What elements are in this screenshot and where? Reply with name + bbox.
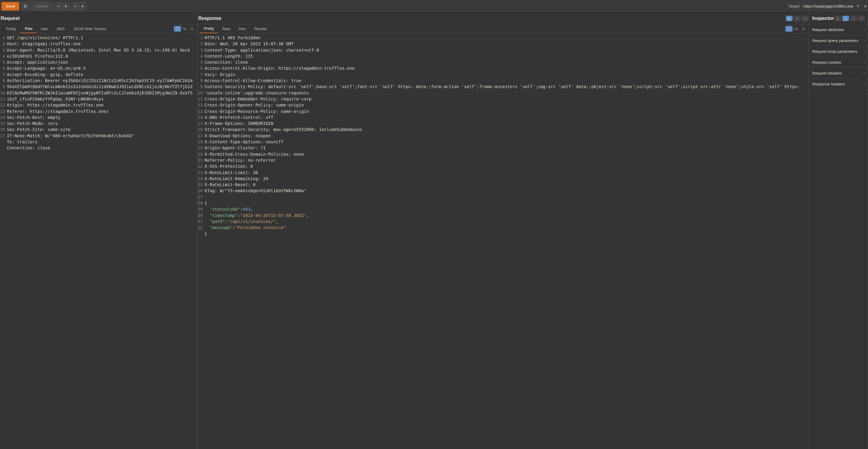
- response-title: Response: [198, 16, 221, 21]
- tab-response-raw[interactable]: Raw: [218, 25, 235, 33]
- response-gutter: 1 2 3 4 5 6 7 8 9 10 11 12 13 14 15 16 1…: [198, 35, 205, 449]
- edit-target-button[interactable]: ✎: [857, 4, 860, 8]
- hamburger-icon: ≡: [802, 27, 805, 31]
- cancel-button[interactable]: Cancel: [31, 2, 53, 10]
- response-actions-button[interactable]: ☰: [785, 26, 793, 32]
- request-tabstrip: Pretty Raw Hex JWS JSON Web Tokens ☰ \n …: [0, 25, 197, 33]
- tab-request-raw[interactable]: Raw: [21, 25, 37, 33]
- tab-request-pretty[interactable]: Pretty: [2, 25, 21, 33]
- gear-icon: ⚙: [24, 4, 27, 8]
- response-tabstrip: Pretty Raw Hex Render ☰ \n ≡: [198, 25, 809, 33]
- actions-icon: ☰: [176, 27, 179, 31]
- tab-response-hex[interactable]: Hex: [235, 25, 250, 33]
- history-forward-group: > ▾: [71, 2, 87, 10]
- settings-button[interactable]: ⚙: [21, 2, 30, 10]
- inspector-section-2[interactable]: Request body parameters›: [809, 46, 868, 57]
- forward-button[interactable]: >: [72, 2, 80, 10]
- hamburger-icon: ≡: [191, 27, 193, 31]
- response-editor[interactable]: 1 2 3 4 5 6 7 8 9 10 11 12 13 14 15 16 1…: [198, 33, 809, 449]
- chevron-right-icon: ›: [864, 82, 865, 86]
- inspector-layout1[interactable]: ▯: [835, 16, 841, 21]
- rows-icon: ═: [796, 17, 798, 20]
- inspector-section-label: Request headers: [812, 71, 842, 75]
- pencil-icon: ✎: [857, 4, 860, 8]
- newline-toggle[interactable]: \n: [181, 27, 188, 31]
- response-code[interactable]: HTTP/1.1 403 Forbidden Date: Wed, 26 Apr…: [205, 35, 809, 449]
- forward-dropdown[interactable]: ▾: [79, 2, 86, 10]
- layout-combined-button[interactable]: ▭: [802, 16, 808, 21]
- inspector-section-3[interactable]: Request cookies›: [809, 57, 868, 68]
- chevron-right-icon: ›: [864, 60, 865, 65]
- tab-request-hex[interactable]: Hex: [37, 25, 52, 33]
- chevron-right-icon: ›: [864, 49, 865, 54]
- request-editor[interactable]: 1 2 3 4 5 6 7 8 9 10 11 12 13 14 15 16 1…: [0, 33, 197, 449]
- request-menu[interactable]: ≡: [188, 27, 195, 31]
- inspector-section-0[interactable]: Request attributes›: [809, 25, 868, 35]
- response-newline-toggle[interactable]: \n: [793, 27, 800, 31]
- request-panel: Request Pretty Raw Hex JWS JSON Web Toke…: [0, 13, 198, 449]
- actions-icon: ☰: [787, 27, 791, 31]
- columns-icon: ▯▯: [787, 17, 791, 20]
- response-panel: Response ▯▯ ═ ▭ Pretty Raw Hex Render ☰ …: [198, 13, 809, 449]
- inspector-title: Inspector: [812, 16, 834, 21]
- target-url: https://stagingapi.truffles.one: [803, 4, 854, 8]
- chevron-right-icon: ›: [864, 71, 865, 75]
- inspector-layout2[interactable]: ▯: [842, 16, 849, 21]
- target-label: Target:: [788, 4, 800, 8]
- inspector-section-label: Request query parameters: [812, 38, 859, 43]
- history-back-group: < ▾: [55, 2, 70, 10]
- inspector-section-4[interactable]: Request headers›: [809, 68, 868, 79]
- caret-down-icon: ▾: [65, 4, 67, 8]
- help-button[interactable]: H: [864, 4, 867, 8]
- tab-response-render[interactable]: Render: [250, 25, 271, 33]
- request-code[interactable]: GET /api/v1/invoices/ HTTP/1.1 Host: sta…: [7, 35, 197, 449]
- inspector-section-label: Response headers: [812, 82, 845, 86]
- layout-vertical-button[interactable]: ▯▯: [786, 16, 793, 21]
- request-gutter: 1 2 3 4 5 6 7 8 9 10 11 12 13 14 15 16 1…: [0, 35, 7, 449]
- square-icon: ▭: [804, 17, 806, 20]
- back-button[interactable]: <: [55, 2, 62, 10]
- chevron-left-icon: <: [57, 4, 60, 8]
- actions-button[interactable]: ☰: [174, 26, 181, 32]
- chevron-right-icon: ›: [864, 38, 865, 43]
- chevron-right-icon: >: [74, 4, 77, 8]
- back-dropdown[interactable]: ▾: [62, 2, 69, 10]
- tab-request-jwt[interactable]: JSON Web Tokens: [69, 25, 111, 33]
- inspector-section-1[interactable]: Request query parameters›: [809, 35, 868, 46]
- layout-horizontal-button[interactable]: ═: [794, 16, 800, 21]
- inspector-expand[interactable]: ⤢: [858, 16, 865, 21]
- inspector-section-label: Request cookies: [812, 60, 841, 65]
- top-toolbar: Send ⚙ Cancel < ▾ > ▾ Target: https://st…: [0, 0, 868, 13]
- inspector-collapse[interactable]: ÷: [850, 16, 857, 21]
- inspector-section-label: Request attributes: [812, 28, 844, 32]
- inspector-section-label: Request body parameters: [812, 49, 858, 54]
- inspector-section-5[interactable]: Response headers›: [809, 79, 868, 90]
- tab-response-pretty[interactable]: Pretty: [199, 25, 218, 33]
- tab-request-jws[interactable]: JWS: [52, 25, 69, 33]
- response-menu[interactable]: ≡: [800, 27, 807, 31]
- request-title: Request: [1, 16, 20, 21]
- send-button[interactable]: Send: [1, 2, 19, 10]
- caret-down-icon: ▾: [82, 4, 84, 8]
- chevron-right-icon: ›: [864, 28, 865, 32]
- inspector-panel: Inspector ▯ ▯ ÷ ⤢ Request attributes›Req…: [809, 13, 868, 449]
